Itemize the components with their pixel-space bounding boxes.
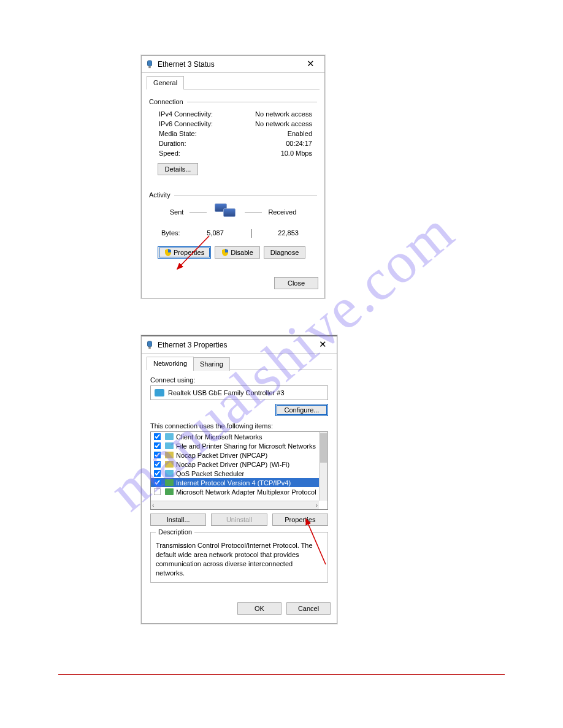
- connection-items-listbox[interactable]: Client for Microsoft NetworksFile and Pr…: [150, 431, 328, 510]
- bytes-sent-value: 5,087: [207, 229, 224, 238]
- properties-button[interactable]: Properties: [158, 246, 211, 259]
- close-icon[interactable]: ✕: [312, 338, 333, 352]
- list-item-checkbox[interactable]: [154, 461, 161, 468]
- bytes-received-value: 22,853: [278, 229, 299, 238]
- duration-value: 00:24:17: [286, 140, 312, 147]
- install-button[interactable]: Install...: [150, 514, 206, 526]
- component-icon: [165, 488, 174, 495]
- network-adapter-icon: [145, 60, 154, 69]
- dialog-title: Ethernet 3 Status: [158, 60, 300, 69]
- ok-button[interactable]: OK: [237, 602, 282, 615]
- svg-rect-1: [148, 66, 151, 68]
- tab-general[interactable]: General: [147, 76, 184, 89]
- ipv6-label: IPv6 Connectivity:: [159, 120, 213, 127]
- speed-value: 10.0 Mbps: [281, 150, 312, 157]
- item-properties-button[interactable]: Properties: [272, 514, 328, 526]
- cancel-button[interactable]: Cancel: [286, 602, 331, 615]
- tabset: Networking Sharing: [147, 356, 332, 370]
- ipv4-value: No network access: [255, 110, 312, 118]
- component-icon: [165, 479, 174, 486]
- adapter-name: Realtek USB GbE Family Controller #3: [168, 389, 285, 396]
- network-activity-icon: [213, 202, 239, 222]
- ethernet-status-dialog: Ethernet 3 Status ✕ General Connection I…: [141, 55, 325, 298]
- title-bar: Ethernet 3 Status ✕: [142, 56, 324, 73]
- description-group: Description Transmission Control Protoco…: [150, 532, 328, 583]
- tabset: General: [147, 75, 320, 89]
- page-divider: [58, 674, 505, 675]
- speed-label: Speed:: [159, 150, 180, 157]
- media-state-value: Enabled: [288, 130, 312, 137]
- shield-icon: [221, 249, 229, 256]
- svg-rect-4: [148, 346, 151, 349]
- title-bar: Ethernet 3 Properties ✕: [142, 336, 337, 354]
- horizontal-scrollbar[interactable]: ‹›: [151, 501, 319, 509]
- activity-line-left: [190, 212, 207, 213]
- bytes-label: Bytes:: [161, 229, 180, 238]
- component-icon: [165, 461, 174, 468]
- network-adapter-icon: [145, 341, 154, 349]
- list-item-label: Microsoft Network Adapter Multiplexor Pr…: [176, 488, 316, 496]
- svg-rect-0: [148, 60, 152, 66]
- component-icon: [165, 452, 174, 458]
- list-item[interactable]: QoS Packet Scheduler: [151, 469, 319, 478]
- list-item[interactable]: Internet Protocol Version 4 (TCP/IPv4): [151, 478, 319, 487]
- description-legend: Description: [156, 528, 194, 537]
- activity-line-right: [245, 212, 262, 213]
- close-button[interactable]: Close: [274, 277, 318, 289]
- group-connection-label: Connection: [149, 98, 317, 105]
- list-item-label: Nocap Packet Driver (NPCAP): [176, 452, 267, 459]
- list-item-checkbox[interactable]: [154, 452, 161, 459]
- nic-icon: [155, 389, 164, 396]
- list-item-checkbox[interactable]: [154, 470, 161, 477]
- ipv4-label: IPv4 Connectivity:: [159, 110, 213, 118]
- close-icon[interactable]: ✕: [300, 57, 321, 72]
- items-label: This connection uses the following items…: [150, 422, 332, 430]
- list-item[interactable]: Client for Microsoft Networks: [151, 432, 319, 441]
- list-item-checkbox[interactable]: [154, 488, 161, 496]
- list-item-checkbox[interactable]: [154, 442, 161, 450]
- list-item-label: Internet Protocol Version 4 (TCP/IPv4): [176, 479, 291, 487]
- list-item[interactable]: File and Printer Sharing for Microsoft N…: [151, 441, 319, 450]
- sent-label: Sent: [170, 208, 184, 216]
- ethernet-properties-dialog: Ethernet 3 Properties ✕ Networking Shari…: [141, 335, 337, 624]
- disable-button[interactable]: Disable: [215, 246, 260, 259]
- connect-using-label: Connect using:: [150, 376, 332, 384]
- component-icon: [165, 470, 174, 477]
- media-state-label: Media State:: [159, 130, 197, 137]
- details-button[interactable]: Details...: [158, 163, 198, 175]
- uninstall-button: Uninstall: [211, 514, 267, 526]
- list-item-label: File and Printer Sharing for Microsoft N…: [176, 442, 316, 450]
- received-label: Received: [268, 208, 296, 216]
- bytes-separator: [251, 229, 251, 238]
- adapter-display: Realtek USB GbE Family Controller #3: [150, 385, 328, 400]
- list-item-checkbox[interactable]: [154, 479, 161, 487]
- description-text: Transmission Control Protocol/Internet P…: [156, 542, 313, 577]
- list-item-label: QoS Packet Scheduler: [176, 470, 244, 477]
- list-item-label: Nocap Packet Driver (NPCAP) (Wi-Fi): [176, 461, 289, 468]
- tab-sharing[interactable]: Sharing: [193, 357, 230, 371]
- component-icon: [165, 442, 174, 449]
- component-icon: [165, 433, 174, 440]
- vertical-scrollbar[interactable]: [319, 432, 327, 501]
- group-activity-label: Activity: [149, 191, 317, 199]
- ipv6-value: No network access: [255, 120, 312, 127]
- diagnose-button[interactable]: Diagnose: [264, 246, 305, 259]
- tab-networking[interactable]: Networking: [147, 357, 194, 370]
- configure-button[interactable]: Configure...: [275, 404, 328, 416]
- list-item-label: Client for Microsoft Networks: [176, 433, 262, 441]
- duration-label: Duration:: [159, 140, 186, 147]
- dialog-title: Ethernet 3 Properties: [158, 341, 312, 349]
- list-item-checkbox[interactable]: [154, 433, 161, 441]
- list-item[interactable]: Microsoft Network Adapter Multiplexor Pr…: [151, 487, 319, 496]
- list-item[interactable]: Nocap Packet Driver (NPCAP): [151, 450, 319, 460]
- list-item[interactable]: Nocap Packet Driver (NPCAP) (Wi-Fi): [151, 460, 319, 469]
- shield-icon: [164, 249, 172, 256]
- svg-rect-3: [148, 341, 152, 346]
